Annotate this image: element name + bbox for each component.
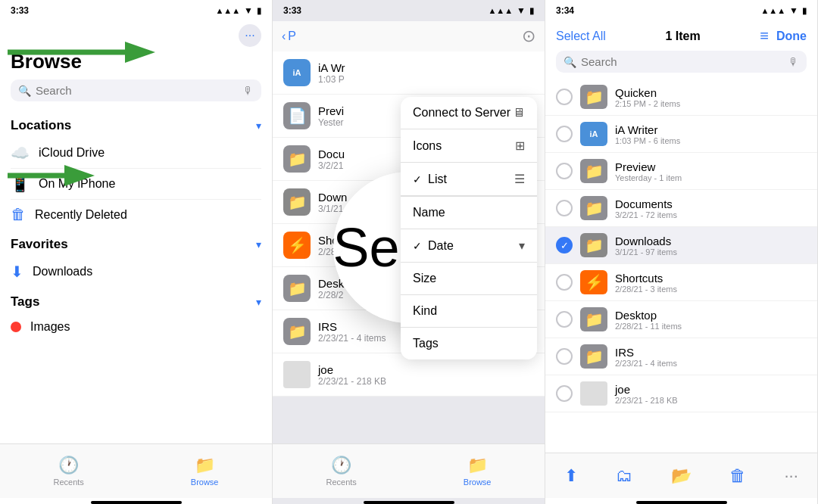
iawriter-radio[interactable] [556,126,573,142]
shortcuts-radio[interactable] [556,274,573,291]
back-button[interactable]: ‹ P [282,30,296,43]
tab-bar-panel2: 🕐 Recents 📁 Browse [273,443,545,498]
search-input[interactable] [36,84,239,97]
list-view-button[interactable]: ≡ [760,27,769,45]
kind-item[interactable]: Kind [401,295,537,328]
done-button[interactable]: Done [776,30,807,43]
name-item[interactable]: Name [401,197,537,229]
quicken-radio[interactable] [556,89,573,105]
recents-tab-2[interactable]: 🕐 Recents [326,456,356,487]
more-button[interactable]: ··· [784,466,798,486]
connect-server-item[interactable]: Connect to Server 🖥 [401,97,537,129]
date-item[interactable]: ✓ Date ▾ [401,229,537,263]
mic-icon-3[interactable]: 🎙 [788,56,799,68]
page-title: Browse [0,50,272,79]
desktop-row[interactable]: 📁 Desktop 2/28/21 - 11 items [545,301,817,338]
iaw-meta: 1:03 P [318,74,534,85]
iawriter-row[interactable]: iA iA Writer 1:03 PM - 6 items [545,116,817,153]
add-folder-button[interactable]: 🗂 [616,466,632,486]
search-input-3[interactable] [581,55,784,68]
downloads-radio[interactable]: ✓ [556,237,573,254]
desktop-radio[interactable] [556,311,573,328]
time-label-3: 3:34 [556,5,574,16]
quicken-row[interactable]: 📁 Quicken 2:15 PM - 2 items [545,79,817,116]
size-label: Size [413,272,436,285]
joe-icon [283,361,311,388]
move-button[interactable]: 📂 [671,466,692,486]
search-bar[interactable]: 🔍 🎙 [11,79,261,101]
documents-row[interactable]: 📁 Documents 3/2/21 - 72 items [545,190,817,227]
iaw-name: iA Wr [318,61,534,74]
joe-radio[interactable] [556,385,573,402]
search-icon: 🔍 [18,85,31,97]
list-item[interactable]: ✓ List ☰ [401,163,537,196]
irs-radio[interactable] [556,348,573,365]
panel3-header: Select All 1 Item ≡ Done [545,21,817,48]
shortcuts-folder-icon: ⚡ [580,270,607,294]
ellipsis-button[interactable]: ··· [239,24,261,47]
preview-folder-icon: 📁 [580,159,607,183]
downloads-item[interactable]: ⬇ Downloads [11,257,261,287]
item-count-label: 1 Item [665,30,700,43]
browse-tab[interactable]: 📁 Browse [191,456,219,487]
images-tag-item[interactable]: Images [11,314,261,340]
panel3-search-bar[interactable]: 🔍 🎙 [556,51,807,73]
icloud-drive-item[interactable]: ☁️ iCloud Drive [11,138,261,169]
quicken-info: Quicken 2:15 PM - 2 items [615,86,807,108]
more-icon: ··· [784,466,798,486]
desktop-info-p3: Desktop 2/28/21 - 11 items [615,309,807,331]
signal-icon-2: ▲▲▲ [488,6,513,15]
favorites-chevron[interactable]: ▾ [256,238,261,250]
delete-icon: 🗑 [729,466,746,486]
back-label: P [288,30,296,43]
status-bar-panel1: 3:33 ▲▲▲ ▼ ▮ [0,0,272,21]
recents-icon-2: 🕐 [331,456,351,475]
recents-label: Recents [53,478,83,487]
size-item[interactable]: Size [401,263,537,295]
shortcuts-row[interactable]: ⚡ Shortcuts 2/28/21 - 3 items [545,264,817,301]
ellipsis-circle-icon[interactable]: ⊙ [522,26,535,46]
signal-icon: ▲▲▲ [215,6,240,15]
share-button[interactable]: ⬆ [564,466,578,486]
desktop-icon: 📁 [283,275,311,302]
kind-label: Kind [413,304,437,318]
file-row-joe[interactable]: joe 2/23/21 - 218 KB [273,353,545,397]
select-all-button[interactable]: Select All [556,30,606,43]
browse-icon: 📁 [195,456,215,475]
joe-meta-p3: 2/23/21 - 218 KB [615,396,807,405]
irs-folder-icon: 📁 [580,344,607,369]
iawriter-name: iA Writer [615,123,807,136]
locations-chevron[interactable]: ▾ [256,120,261,132]
time-label: 3:33 [11,5,29,16]
icloud-icon: ☁️ [11,144,30,162]
tags-chevron[interactable]: ▾ [256,296,261,308]
irs-row[interactable]: 📁 IRS 2/23/21 - 4 items [545,338,817,375]
recents-tab[interactable]: 🕐 Recents [53,456,83,487]
iawriter-meta: 1:03 PM - 6 items [615,136,807,145]
recently-deleted-item[interactable]: 🗑 Recently Deleted [11,200,261,229]
irs-icon: 📁 [283,318,311,345]
mic-icon[interactable]: 🎙 [243,85,254,97]
documents-radio[interactable] [556,200,573,216]
tags-item[interactable]: Tags [401,328,537,359]
preview-name-p3: Preview [615,160,807,173]
documents-info: Documents 3/2/21 - 72 items [615,198,807,219]
file-row-iaw[interactable]: iA iA Wr 1:03 P [273,51,545,95]
on-my-iphone-item[interactable]: 📱 On My iPhone [11,169,261,200]
preview-radio[interactable] [556,163,573,179]
joe-meta: 2/23/21 - 218 KB [318,376,534,387]
name-label: Name [413,206,445,219]
bottom-action-bar: ⬆ 🗂 📂 🗑 ··· [545,453,817,498]
desktop-meta-p3: 2/28/21 - 11 items [615,322,807,331]
joe-row[interactable]: joe 2/23/21 - 218 KB [545,375,817,412]
icons-item[interactable]: Icons ⊞ [401,129,537,163]
irs-meta-p3: 2/23/21 - 4 items [615,359,807,368]
file-select-panel: 3:34 ▲▲▲ ▼ ▮ Select All 1 Item ≡ Done 🔍 … [545,0,818,504]
browse-tab-2[interactable]: 📁 Browse [464,456,492,487]
preview-row[interactable]: 📁 Preview Yesterday - 1 item [545,153,817,190]
downloads-row[interactable]: ✓ 📁 Downloads 3/1/21 - 97 items [545,227,817,264]
downloads-info-p3: Downloads 3/1/21 - 97 items [615,235,807,257]
delete-button[interactable]: 🗑 [729,466,746,486]
tab-bar-panel1: 🕐 Recents 📁 Browse [0,443,272,498]
documents-folder-icon: 📁 [580,196,607,220]
